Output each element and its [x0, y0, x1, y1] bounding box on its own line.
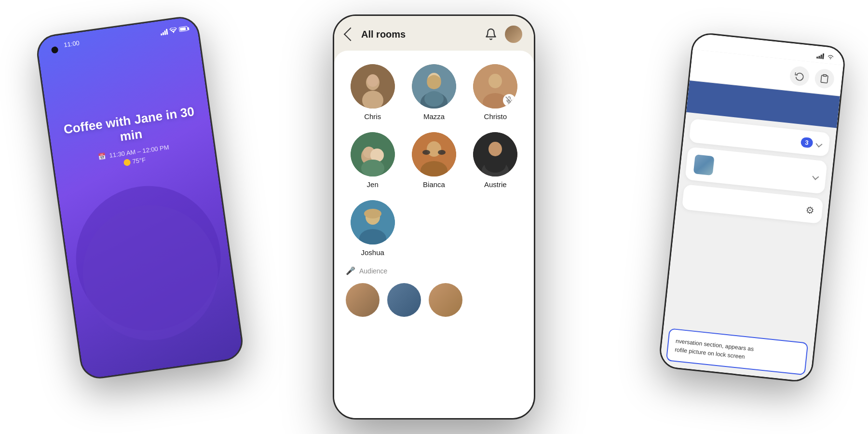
svg-point-28	[485, 157, 506, 173]
rooms-actions	[485, 26, 522, 43]
audience-label: Audience	[359, 267, 387, 275]
svg-point-22	[427, 141, 441, 157]
chris-face	[351, 64, 395, 108]
svg-point-33	[830, 58, 831, 59]
contact-chris[interactable]: Chris	[346, 64, 399, 121]
contact-name-mazza: Mazza	[423, 112, 445, 121]
contact-joshua[interactable]: Joshua	[346, 200, 399, 257]
sun-icon	[123, 159, 131, 166]
gear-icon[interactable]: ⚙	[805, 204, 815, 217]
contact-christo[interactable]: Christo	[469, 64, 522, 121]
svg-rect-34	[823, 75, 827, 77]
right-cards: 3 ⚙	[664, 112, 837, 343]
audience-section: 🎤 Audience	[346, 266, 522, 275]
svg-point-4	[367, 74, 379, 87]
right-signal-icon	[816, 52, 824, 59]
contact-bianca[interactable]: Bianca	[407, 132, 461, 189]
rooms-title: All rooms	[361, 29, 406, 40]
right-text-content: nversation section, appears as rofile pi…	[675, 338, 754, 360]
bianca-face	[412, 132, 456, 176]
phone-right-body: 3 ⚙	[658, 31, 846, 383]
audience-avatars-row	[346, 283, 522, 317]
mazza-avatar-svg	[412, 64, 456, 108]
svg-point-32	[364, 209, 381, 218]
phone-center-screen: All rooms	[334, 16, 534, 418]
wifi-icon	[169, 27, 178, 34]
contact-austrie[interactable]: Austrie	[469, 132, 522, 189]
audience-avatar-1[interactable]	[346, 283, 380, 317]
contact-avatar-austrie	[473, 132, 517, 176]
contact-name-christo: Christo	[484, 112, 507, 121]
contact-name-jen: Jen	[367, 180, 379, 189]
svg-point-24	[438, 150, 446, 155]
contact-avatar-joshua	[351, 200, 395, 244]
contact-name-chris: Chris	[364, 112, 381, 121]
rooms-header: All rooms	[334, 16, 534, 51]
clipboard-icon	[819, 73, 830, 84]
contact-name-austrie: Austrie	[484, 180, 507, 189]
right-content: 3 ⚙	[660, 49, 843, 381]
bianca-avatar-svg	[412, 132, 456, 176]
svg-point-19	[361, 160, 384, 176]
contact-avatar-chris	[351, 64, 395, 108]
contact-name-bianca: Bianca	[423, 180, 445, 189]
phone-center: All rooms	[333, 14, 535, 420]
notification-card[interactable]: Coffee with Jane in 30 min 📅 11:30 AM – …	[60, 104, 203, 175]
signal-icon	[160, 28, 168, 36]
mute-badge-christo	[503, 94, 515, 107]
contact-jen[interactable]: Jen	[346, 132, 399, 189]
right-wifi-icon	[827, 53, 835, 60]
phone-left-body: 11:00 Coffee with Jane in 30 min 📅 11:30…	[35, 14, 245, 381]
contact-name-joshua: Joshua	[361, 248, 384, 257]
audience-avatar-2[interactable]	[387, 283, 421, 317]
joshua-avatar-svg	[351, 200, 395, 244]
mic-off-icon	[505, 96, 513, 104]
bell-icon	[485, 28, 497, 41]
audience-mic-icon: 🎤	[346, 266, 355, 275]
bell-button[interactable]	[485, 28, 497, 41]
austrie-face	[473, 132, 517, 176]
mazza-face	[412, 64, 456, 108]
austrie-avatar-svg	[473, 132, 517, 176]
contact-avatar-bianca	[412, 132, 456, 176]
calendar-icon: 📅	[97, 153, 106, 161]
back-button[interactable]: All rooms	[346, 29, 406, 40]
jen-face	[351, 132, 395, 176]
chris-avatar-svg	[351, 64, 395, 108]
rotate-icon	[794, 71, 805, 81]
battery-icon	[179, 26, 188, 32]
svg-point-27	[488, 142, 502, 156]
rooms-content: Chris	[334, 51, 534, 418]
phone-left: 11:00 Coffee with Jane in 30 min 📅 11:30…	[35, 14, 245, 381]
badge-3: 3	[800, 137, 813, 149]
phone-center-body: All rooms	[333, 14, 535, 420]
card-thumbnail	[693, 154, 715, 176]
contact-avatar-mazza	[412, 64, 456, 108]
joshua-face	[351, 200, 395, 244]
back-chevron-icon	[344, 27, 357, 41]
clipboard-button[interactable]	[814, 68, 835, 89]
punch-hole-camera	[51, 46, 59, 54]
audience-avatar-3[interactable]	[429, 283, 462, 317]
left-time: 11:00	[63, 39, 80, 48]
contact-mazza[interactable]: Mazza	[407, 64, 461, 121]
contact-avatar-christo	[473, 64, 517, 108]
phone-left-screen: 11:00 Coffee with Jane in 30 min 📅 11:30…	[36, 16, 244, 380]
contact-avatar-jen	[351, 132, 395, 176]
left-status-bar	[160, 25, 188, 36]
jen-avatar-svg	[351, 132, 395, 176]
svg-point-23	[422, 150, 430, 155]
svg-point-11	[488, 74, 502, 88]
phone-right-screen: 3 ⚙	[660, 33, 845, 381]
contacts-grid: Chris	[346, 64, 522, 257]
decorative-circle	[67, 176, 230, 340]
chevron-down-icon-2	[812, 173, 819, 180]
app-scene: 11:00 Coffee with Jane in 30 min 📅 11:30…	[0, 0, 868, 434]
rotate-button[interactable]	[789, 66, 810, 87]
svg-point-8	[424, 91, 444, 107]
chevron-down-icon	[815, 140, 822, 147]
user-avatar-header[interactable]	[505, 26, 522, 43]
phone-right: 3 ⚙	[658, 31, 846, 383]
